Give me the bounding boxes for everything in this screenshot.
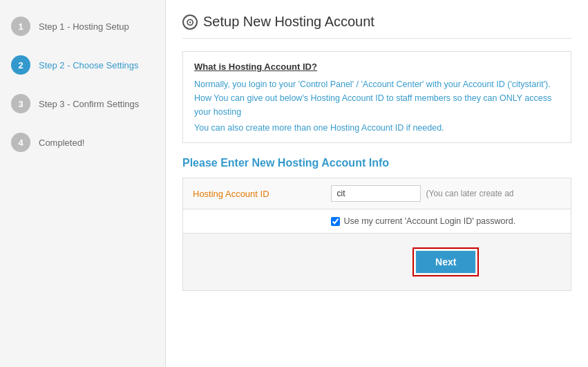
password-checkbox-label: Use my current 'Account Login ID' passwo…	[344, 216, 516, 226]
sidebar-item-step4[interactable]: 4 Completed!	[0, 123, 165, 162]
info-box: What is Hosting Account ID? Normally, yo…	[182, 51, 571, 143]
next-button-wrapper: Next	[412, 247, 479, 276]
password-label-cell	[183, 209, 321, 234]
step4-label: Completed!	[39, 138, 84, 148]
form-row-next: Next	[183, 234, 571, 291]
step3-circle: 3	[11, 94, 30, 113]
sidebar-item-step2[interactable]: 2 Step 2 - Choose Settings	[0, 46, 165, 84]
password-checkbox[interactable]	[331, 217, 340, 226]
account-id-label: Hosting Account ID	[183, 178, 321, 209]
password-checkbox-row: Use my current 'Account Login ID' passwo…	[331, 216, 562, 226]
account-id-input-group: (You can later create ad	[331, 185, 562, 202]
form-row-account-id: Hosting Account ID (You can later create…	[183, 178, 571, 209]
next-button-cell: Next	[321, 234, 571, 291]
next-button-area: Next	[331, 241, 562, 283]
sidebar-item-step3[interactable]: 3 Step 3 - Confirm Settings	[0, 84, 165, 123]
title-icon: ⊙	[182, 15, 198, 30]
account-id-hint: (You can later create ad	[426, 189, 514, 198]
main-content: ⊙ Setup New Hosting Account What is Host…	[166, 0, 588, 367]
page-title: Setup New Hosting Account	[203, 14, 374, 30]
step1-label: Step 1 - Hosting Setup	[39, 21, 129, 32]
empty-cell	[183, 234, 321, 291]
password-checkbox-cell: Use my current 'Account Login ID' passwo…	[321, 209, 571, 234]
sidebar-item-step1[interactable]: 1 Step 1 - Hosting Setup	[0, 7, 165, 46]
account-id-input[interactable]	[331, 185, 421, 202]
sidebar: 1 Step 1 - Hosting Setup 2 Step 2 - Choo…	[0, 0, 166, 367]
step1-circle: 1	[11, 17, 30, 36]
form-row-password: Use my current 'Account Login ID' passwo…	[183, 209, 571, 234]
step2-circle: 2	[11, 55, 30, 75]
info-box-text1: Normally, you login to your 'Control Pan…	[194, 77, 560, 119]
next-button[interactable]: Next	[416, 251, 475, 273]
step3-label: Step 3 - Confirm Settings	[39, 99, 139, 109]
page-title-bar: ⊙ Setup New Hosting Account	[182, 14, 571, 39]
hosting-form-table: Hosting Account ID (You can later create…	[182, 178, 571, 291]
info-box-title: What is Hosting Account ID?	[194, 62, 560, 72]
step2-label: Step 2 - Choose Settings	[39, 60, 139, 70]
account-id-cell: (You can later create ad	[321, 178, 571, 209]
info-box-text2: You can also create more than one Hostin…	[194, 123, 560, 133]
section-title: Please Enter New Hosting Account Info	[182, 157, 571, 169]
step4-circle: 4	[11, 133, 30, 152]
